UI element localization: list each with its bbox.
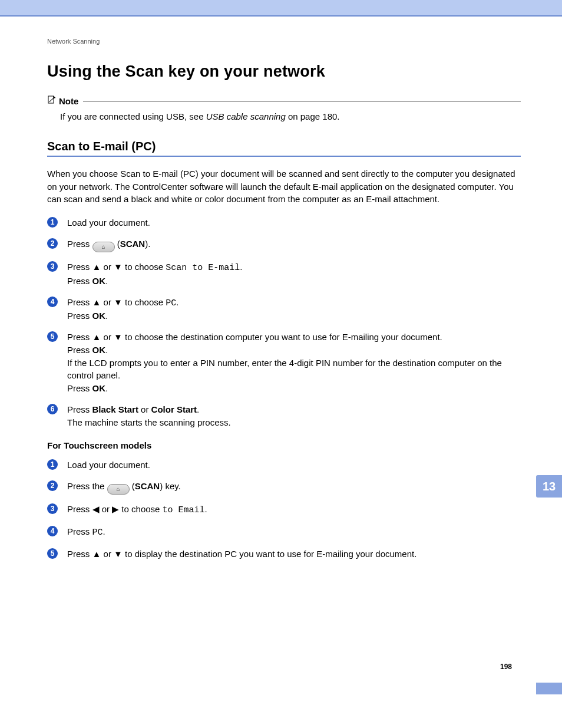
right-arrow-icon: ▶	[112, 504, 119, 514]
step-5-l4a: Press	[67, 383, 92, 393]
note-text-prefix: If you are connected using USB, see	[60, 111, 206, 121]
up-arrow-icon: ▲	[92, 297, 101, 307]
step-4-l2a: Press	[67, 311, 92, 321]
tstep-2: Press the ⌂ (SCAN) key.	[47, 480, 521, 495]
note-rule	[83, 101, 521, 101]
steps-list: Load your document. Press ⌂ (SCAN). Pres…	[47, 216, 521, 429]
step-5-or: or	[101, 332, 114, 342]
step-5-l3: If the LCD prompts you to enter a PIN nu…	[67, 358, 502, 381]
chapter-tab: 13	[536, 475, 562, 498]
down-arrow-icon: ▼	[114, 332, 123, 342]
tstep-1-text: Load your document.	[67, 460, 150, 470]
step-3-ok: OK	[92, 276, 106, 286]
step-2: Press ⌂ (SCAN).	[47, 238, 521, 252]
tstep-4-a: Press	[67, 526, 92, 536]
page-content: Network Scanning Using the Scan key on y…	[0, 17, 562, 694]
tstep-5: Press ▲ or ▼ to display the destination …	[47, 548, 521, 561]
step-2-b: (	[115, 239, 120, 249]
svg-rect-0	[48, 96, 54, 103]
tstep-4-b: .	[103, 526, 105, 536]
section-title: Scan to E-mail (PC)	[47, 140, 521, 153]
tstep-2-a: Press the	[67, 481, 107, 491]
step-5-a: Press	[67, 332, 92, 342]
step-3-l2b: .	[105, 276, 108, 286]
step-2-a: Press	[67, 239, 92, 249]
step-6-l2: The machine starts the scanning process.	[67, 417, 231, 427]
up-arrow-icon: ▲	[92, 262, 101, 272]
step-5-ok2: OK	[92, 383, 106, 393]
note-icon	[47, 95, 57, 107]
note-text-suffix: on page 180.	[286, 111, 340, 121]
up-arrow-icon: ▲	[92, 549, 101, 559]
step-6-c: .	[197, 404, 199, 414]
step-2-scan: SCAN	[120, 239, 146, 249]
step-4-c: .	[176, 297, 178, 307]
bottom-corner-tab	[536, 683, 562, 694]
tstep-3-a: Press	[67, 504, 92, 514]
step-6-a: Press	[67, 404, 92, 414]
step-4: Press ▲ or ▼ to choose PC. Press OK.	[47, 296, 521, 323]
tstep-5-b: to display the destination PC you want t…	[123, 549, 416, 559]
tstep-3-or: or	[100, 504, 113, 514]
tstep-5-a: Press	[67, 549, 92, 559]
step-6-color: Color Start	[151, 404, 197, 414]
intro-paragraph: When you choose Scan to E-mail (PC) your…	[47, 167, 521, 206]
step-3: Press ▲ or ▼ to choose Scan to E-mail. P…	[47, 261, 521, 288]
left-arrow-icon: ◀	[92, 504, 100, 514]
tstep-2-scan: SCAN	[135, 481, 160, 491]
page-number: 198	[500, 663, 512, 671]
tstep-2-d: ) key.	[160, 481, 181, 491]
running-header: Network Scanning	[47, 17, 521, 62]
step-2-d: ).	[145, 239, 150, 249]
step-3-b: to choose	[123, 262, 166, 272]
step-1-text: Load your document.	[67, 218, 150, 228]
tstep-4-mono: PC	[92, 528, 103, 538]
step-3-mono: Scan to E-mail	[166, 263, 240, 273]
note-xref[interactable]: USB cable scanning	[206, 111, 286, 121]
note-head: Note	[47, 95, 521, 107]
step-6: Press Black Start or Color Start. The ma…	[47, 403, 521, 429]
step-4-l2b: .	[105, 311, 108, 321]
top-band	[0, 0, 562, 17]
step-3-l2a: Press	[67, 276, 92, 286]
step-3-or: or	[101, 262, 114, 272]
tstep-3-b: to choose	[119, 504, 162, 514]
tstep-3-mono: to Email	[163, 505, 205, 515]
tstep-3-c: .	[205, 504, 207, 514]
step-6-or: or	[138, 404, 151, 414]
tstep-2-b: (	[130, 481, 135, 491]
down-arrow-icon: ▼	[114, 549, 123, 559]
down-arrow-icon: ▼	[114, 262, 123, 272]
step-4-or: or	[101, 297, 114, 307]
step-5-b: to choose the destination computer you w…	[123, 332, 442, 342]
tstep-3: Press ◀ or ▶ to choose to Email.	[47, 503, 521, 517]
step-5-l2b: .	[105, 345, 108, 355]
scan-button-icon: ⌂	[92, 242, 115, 252]
touchscreen-steps-list: Load your document. Press the ⌂ (SCAN) k…	[47, 459, 521, 560]
step-5-ok: OK	[92, 345, 106, 355]
note-block: Note If you are connected using USB, see…	[47, 95, 521, 123]
tstep-5-or: or	[101, 549, 114, 559]
step-6-black: Black Start	[92, 404, 138, 414]
step-3-a: Press	[67, 262, 92, 272]
scan-button-icon: ⌂	[107, 484, 130, 495]
tstep-1: Load your document.	[47, 459, 521, 472]
step-1: Load your document.	[47, 216, 521, 229]
step-3-c: .	[240, 262, 242, 272]
down-arrow-icon: ▼	[114, 297, 123, 307]
tstep-4: Press PC.	[47, 525, 521, 539]
touchscreen-subhead: For Touchscreen models	[47, 440, 521, 450]
page-title: Using the Scan key on your network	[47, 62, 521, 81]
step-4-b: to choose	[123, 297, 166, 307]
step-4-mono: PC	[166, 298, 176, 308]
step-5-l4b: .	[105, 383, 108, 393]
step-5-l2a: Press	[67, 345, 92, 355]
step-5: Press ▲ or ▼ to choose the destination c…	[47, 331, 521, 395]
note-label: Note	[59, 96, 78, 106]
up-arrow-icon: ▲	[92, 332, 101, 342]
note-body: If you are connected using USB, see USB …	[47, 107, 521, 123]
step-4-a: Press	[67, 297, 92, 307]
step-4-ok: OK	[92, 311, 106, 321]
section-rule	[47, 156, 521, 157]
